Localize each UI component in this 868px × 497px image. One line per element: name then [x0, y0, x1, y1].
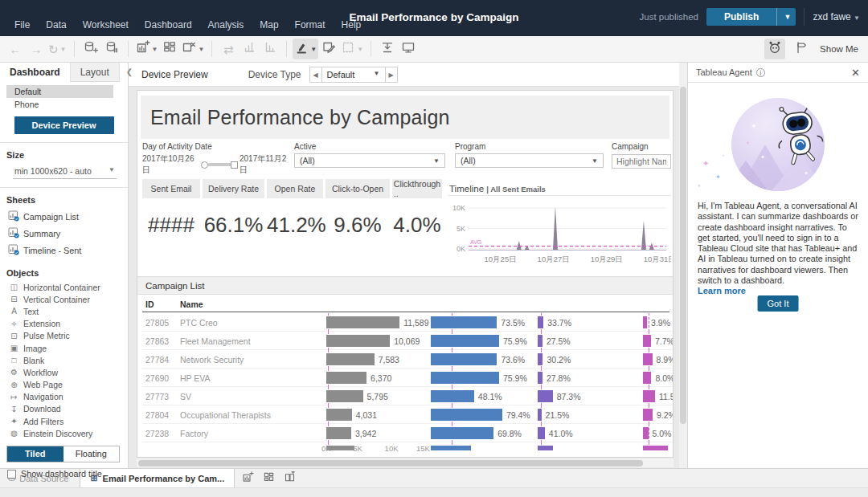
table-bar[interactable] — [431, 446, 471, 450]
device-next-arrow[interactable]: ▶ — [385, 67, 398, 83]
datasource-add-button[interactable] — [80, 39, 101, 59]
table-bar[interactable] — [326, 316, 399, 328]
table-bar[interactable] — [326, 427, 351, 439]
menu-help[interactable]: Help — [334, 17, 370, 33]
object-item-pulse-metric[interactable]: ⊡Pulse Metric — [0, 330, 128, 342]
table-bar[interactable] — [431, 372, 499, 384]
table-bar[interactable] — [538, 372, 542, 384]
refresh-button[interactable]: ↻▼ — [47, 39, 68, 59]
collapse-pane-icon[interactable]: ❮ — [120, 63, 139, 82]
object-item-workflow[interactable]: ⚙Workflow — [0, 366, 128, 378]
swap-axes-button[interactable]: ⇄ — [218, 39, 239, 59]
campaign-highlight-input[interactable] — [612, 154, 671, 169]
table-bar[interactable] — [326, 390, 363, 402]
table-bar[interactable] — [538, 316, 543, 328]
device-type-dropdown[interactable]: Default ▼ — [322, 67, 385, 83]
menu-worksheet[interactable]: Worksheet — [75, 17, 137, 33]
floating-button[interactable]: Floating — [63, 446, 120, 462]
object-item-download[interactable]: ↧Download — [0, 403, 128, 415]
close-icon[interactable]: ✕ — [851, 67, 860, 79]
sort-asc-button[interactable] — [239, 39, 260, 59]
worksheet-add-button[interactable]: ▼ — [134, 39, 160, 59]
table-bar[interactable] — [643, 409, 653, 421]
table-bar[interactable] — [538, 335, 542, 347]
active-dropdown[interactable]: (All) ▼ — [294, 153, 445, 168]
vertical-scrollbar[interactable] — [679, 63, 687, 468]
table-row[interactable]: 27804Occupational Therapists4,03179.4%21… — [142, 405, 674, 424]
kpi-tab-delivery-rate[interactable]: Delivery Rate — [203, 179, 264, 198]
menu-dashboard[interactable]: Dashboard — [137, 17, 200, 33]
menu-file[interactable]: File — [6, 17, 38, 33]
table-bar[interactable] — [431, 316, 497, 328]
table-bar[interactable] — [431, 335, 499, 347]
kpi-tab-click-to-open[interactable]: Click-to-Open — [326, 179, 390, 198]
publish-dropdown[interactable]: ▼ — [776, 8, 796, 26]
sheet-clear-button[interactable]: ▼ — [180, 39, 206, 59]
got-it-button[interactable]: Got It — [758, 295, 799, 312]
sheet-item-campaign-list[interactable]: Campaign List — [0, 208, 128, 225]
arrow-left-button[interactable]: ← — [5, 39, 26, 59]
format-borders-button[interactable]: ▼ — [339, 39, 365, 59]
table-row[interactable]: 27238Factory3,94269.8%41.0%5.0% — [142, 424, 674, 442]
table-row[interactable]: 27805PTC Creo11,58973.5%33.7%3.9% — [142, 313, 674, 332]
object-item-vertical-container[interactable]: ⊟Vertical Container — [0, 293, 128, 305]
device-preview-button[interactable]: Device Preview — [14, 116, 114, 134]
learn-more-link[interactable]: Learn more — [698, 286, 746, 295]
table-bar[interactable] — [538, 409, 542, 421]
new-story-icon[interactable] — [280, 471, 299, 487]
table-bar[interactable] — [643, 372, 651, 384]
table-bar[interactable] — [326, 409, 352, 421]
table-bar[interactable] — [431, 353, 497, 365]
kpi-tab-clickthrough-[interactable]: Clickthrough .. — [392, 179, 442, 198]
size-dropdown[interactable]: min 1000x620 - auto ▼ — [13, 165, 117, 179]
new-worksheet-icon[interactable] — [238, 471, 257, 487]
device-item-phone[interactable]: Phone — [0, 98, 128, 111]
new-dashboard-icon[interactable] — [259, 471, 278, 487]
object-item-blank[interactable]: □Blank — [0, 354, 128, 366]
table-bar[interactable] — [538, 353, 542, 365]
object-item-navigation[interactable]: ↦Navigation — [0, 391, 128, 403]
table-bar[interactable] — [538, 427, 545, 439]
column-name[interactable]: Name — [180, 299, 203, 309]
object-item-horizontal-container[interactable]: ◫Horizontal Container — [0, 281, 128, 293]
menu-format[interactable]: Format — [287, 17, 334, 33]
table-bar[interactable] — [643, 427, 649, 439]
table-bar[interactable] — [431, 409, 502, 421]
object-item-add-filters[interactable]: ✦Add Filters — [0, 415, 128, 427]
table-bar[interactable] — [431, 427, 493, 439]
table-bar[interactable] — [538, 390, 553, 402]
table-row[interactable] — [142, 442, 674, 450]
object-item-web-page[interactable]: ⊕Web Page — [0, 379, 128, 391]
object-item-text[interactable]: AText — [0, 305, 128, 317]
table-bar[interactable] — [643, 335, 651, 347]
tiled-button[interactable]: Tiled — [7, 446, 63, 462]
tableau-agent-icon[interactable] — [764, 39, 785, 59]
device-prev-arrow[interactable]: ◀ — [309, 67, 322, 83]
table-row[interactable]: 27863Fleet Management10,06975.9%27.5%7.7… — [142, 332, 674, 350]
object-item-extension[interactable]: ✧Extension — [0, 318, 128, 330]
show-me-button[interactable]: Show Me — [816, 44, 858, 54]
arrow-right-button[interactable]: → — [26, 39, 47, 59]
download-card-button[interactable] — [377, 39, 398, 59]
table-bar[interactable] — [326, 353, 375, 365]
menu-map[interactable]: Map — [252, 17, 286, 33]
highlighter-button[interactable]: ▼ — [293, 39, 318, 59]
table-row[interactable]: 27773SV5,79548.1%87.3%11.5% — [142, 387, 674, 405]
table-bar[interactable] — [643, 390, 655, 402]
date-range-slider[interactable]: 2017年10月26日 2017年11月2日 — [142, 153, 292, 176]
table-bar[interactable] — [538, 446, 553, 450]
table-bar[interactable] — [643, 446, 668, 450]
device-item-default[interactable]: Default — [6, 85, 113, 98]
dashboard-add-button[interactable] — [159, 39, 180, 59]
table-row[interactable]: 27690HP EVA6,37075.9%27.8%8.0% — [142, 369, 674, 387]
kpi-tab-sent-email[interactable]: Sent Email — [142, 179, 200, 198]
tab-layout[interactable]: Layout — [70, 63, 120, 82]
menu-data[interactable]: Data — [38, 17, 74, 33]
menu-analysis[interactable]: Analysis — [200, 17, 252, 33]
object-item-einstein-discovery[interactable]: ◍Einstein Discovery — [0, 427, 128, 439]
timeline-chart[interactable]: 0K5K10KAVG10月25日10月27日10月29日10月31日 — [448, 196, 671, 275]
sheet-item-summary[interactable]: Summary — [0, 225, 128, 242]
show-title-checkbox[interactable] — [7, 470, 16, 479]
show-tooltips-icon[interactable] — [790, 39, 811, 59]
presentation-button[interactable] — [398, 39, 419, 59]
